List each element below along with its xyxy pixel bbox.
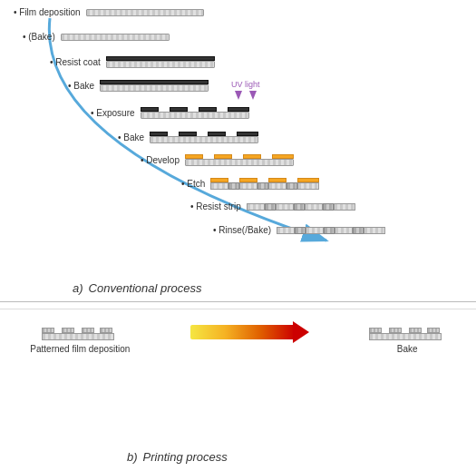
step-resist-strip: • Resist strip xyxy=(190,201,355,211)
uv-arrow-1 xyxy=(235,91,242,100)
uv-arrows xyxy=(235,91,257,100)
step-exposure: • Exposure xyxy=(91,107,249,119)
step-bake-3: • Bake xyxy=(118,132,258,143)
gradient-bar xyxy=(190,325,295,339)
step-label-bake-3: • Bake xyxy=(118,132,144,142)
section-b: Patterned film deposition xyxy=(0,309,476,471)
diagram-container: UV light • Film deposition • (Bake) • Re… xyxy=(0,0,476,471)
wafer-bake-b xyxy=(369,328,446,340)
step-label-develop: • Develop xyxy=(141,155,180,165)
layer-base-2 xyxy=(61,34,170,41)
step-label-film-deposition: • Film deposition xyxy=(14,7,81,17)
b-base-layer-bake xyxy=(369,333,442,340)
section-a-title: Conventional process xyxy=(89,281,202,295)
step-film-deposition: • Film deposition xyxy=(14,7,204,17)
step-label-etch: • Etch xyxy=(181,179,205,189)
step-resist-coat: • Resist coat xyxy=(50,56,215,68)
section-divider xyxy=(0,301,476,302)
wafer-bake-1 xyxy=(61,34,170,41)
section-b-content: Patterned film deposition xyxy=(0,328,476,354)
section-a-label-row: a) Conventional process xyxy=(73,281,202,295)
layer-base-etched xyxy=(210,182,319,190)
step-label-resist-coat: • Resist coat xyxy=(50,57,101,67)
b-item-bake: Bake xyxy=(369,328,446,354)
layer-base xyxy=(86,9,204,16)
wafer-etch xyxy=(210,178,319,190)
gradient-arrow-tip xyxy=(293,321,309,343)
layer-base-3 xyxy=(106,61,215,68)
wafer-patterned-b xyxy=(42,328,119,340)
gradient-arrow-container xyxy=(190,325,308,339)
layer-base-7 xyxy=(185,159,294,166)
step-label-resist-strip: • Resist strip xyxy=(190,201,241,211)
step-develop: • Develop xyxy=(141,154,294,166)
layer-base-4 xyxy=(100,84,209,92)
layer-base-stripped xyxy=(247,203,355,211)
step-bake-1: • (Bake) xyxy=(23,32,170,42)
step-label-rinse-bake: • Rinse(/Bake) xyxy=(213,225,271,235)
step-etch: • Etch xyxy=(181,178,319,190)
step-label-bake-1: • (Bake) xyxy=(23,32,55,42)
b-base-layer xyxy=(42,333,114,340)
wafer-film-deposition xyxy=(86,9,204,16)
wafer-bake-3 xyxy=(150,132,258,143)
b-item-patterned: Patterned film deposition xyxy=(30,328,130,354)
wafer-resist-coat xyxy=(106,56,215,68)
step-label-exposure: • Exposure xyxy=(91,108,135,118)
step-rinse-bake: • Rinse(/Bake) xyxy=(213,225,385,235)
wafer-rinse-bake xyxy=(277,227,385,234)
wafer-develop xyxy=(185,154,294,166)
section-a: UV light • Film deposition • (Bake) • Re… xyxy=(0,0,476,299)
b-label-bake: Bake xyxy=(397,344,418,354)
layer-base-5 xyxy=(141,112,249,119)
uv-arrow-2 xyxy=(249,91,257,100)
uv-indicator: UV light xyxy=(231,80,260,100)
layer-base-6 xyxy=(150,136,258,143)
section-a-letter: a) xyxy=(73,281,83,295)
uv-label: UV light xyxy=(231,80,260,89)
b-label-patterned: Patterned film deposition xyxy=(30,344,130,354)
wafer-resist-strip xyxy=(247,203,355,211)
wafer-bake-2 xyxy=(100,80,209,92)
section-b-title: Printing process xyxy=(143,450,228,464)
section-b-letter: b) xyxy=(127,450,138,464)
step-label-bake-2: • Bake xyxy=(68,81,94,91)
section-b-label-row: b) Printing process xyxy=(127,450,228,464)
wafer-exposure xyxy=(141,107,249,119)
layer-base-final xyxy=(277,227,385,234)
step-bake-2: • Bake xyxy=(68,80,209,92)
